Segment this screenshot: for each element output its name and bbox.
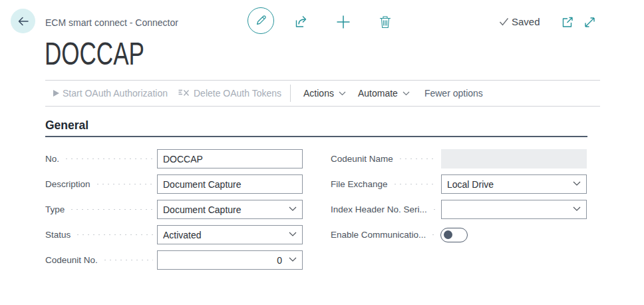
- fewer-options-label: Fewer options: [424, 88, 483, 99]
- field-row-type: Type: [45, 200, 303, 219]
- codeunit-no-select[interactable]: [157, 250, 303, 270]
- codeunit-no-label: Codeunit No.: [45, 255, 98, 265]
- section-title-general[interactable]: General: [45, 119, 88, 133]
- saved-label: Saved: [512, 16, 540, 27]
- action-bar-separator: [290, 85, 291, 102]
- dotted-leader: [398, 149, 437, 168]
- delete-button[interactable]: [377, 13, 394, 31]
- codeunit-name-input: [441, 149, 587, 168]
- field-row-file-exchange: File Exchange: [331, 174, 587, 194]
- back-arrow-icon: [17, 15, 30, 28]
- index-header-no-series-label: Index Header No. Seri...: [331, 204, 427, 214]
- action-bar: Start OAuth Authorization Delete OAuth T…: [45, 80, 600, 107]
- play-icon: [53, 90, 59, 97]
- delete-oauth-tokens-button[interactable]: Delete OAuth Tokens: [178, 88, 281, 99]
- connector-card-page: ECM smart connect - Connector Saved DOCC…: [0, 0, 644, 305]
- dotted-leader: [393, 174, 437, 194]
- section-title-underline: [45, 136, 587, 137]
- trash-icon: [378, 15, 393, 29]
- enable-communication-label: Enable Communicatio...: [331, 230, 426, 240]
- description-input[interactable]: [157, 174, 303, 194]
- check-icon: [499, 17, 509, 26]
- file-exchange-label: File Exchange: [331, 179, 388, 189]
- share-icon: [294, 15, 309, 29]
- dotted-leader: [102, 250, 153, 270]
- field-row-codeunit-name: Codeunit Name: [331, 149, 587, 168]
- start-oauth-label: Start OAuth Authorization: [63, 88, 168, 99]
- automate-label: Automate: [358, 88, 398, 99]
- back-button[interactable]: [11, 9, 35, 33]
- pencil-icon: [254, 14, 267, 27]
- share-button[interactable]: [293, 13, 310, 31]
- index-header-no-series-select[interactable]: [441, 200, 587, 219]
- no-label: No.: [45, 154, 59, 164]
- codeunit-name-label: Codeunit Name: [331, 154, 393, 164]
- start-oauth-authorization-button[interactable]: Start OAuth Authorization: [53, 88, 168, 99]
- field-row-codeunit-no: Codeunit No.: [45, 250, 303, 270]
- chevron-down-icon: [339, 91, 346, 96]
- fewer-options-button[interactable]: Fewer options: [424, 88, 483, 99]
- toggle-knob: [444, 230, 452, 239]
- chevron-down-icon: [402, 91, 410, 96]
- fullscreen-button[interactable]: [581, 14, 597, 30]
- dotted-leader: [69, 200, 153, 219]
- dotted-leader: [75, 225, 153, 244]
- page-title: DOCCAP: [45, 35, 144, 72]
- file-exchange-select[interactable]: [441, 174, 587, 194]
- edit-button[interactable]: [247, 7, 274, 34]
- field-row-no: No.: [45, 149, 303, 168]
- new-button[interactable]: [335, 13, 352, 31]
- actions-menu-button[interactable]: Actions: [303, 88, 346, 99]
- dotted-leader: [430, 225, 436, 244]
- automate-menu-button[interactable]: Automate: [358, 88, 410, 99]
- type-label: Type: [45, 204, 65, 214]
- description-label: Description: [45, 179, 90, 189]
- dotted-leader: [95, 174, 153, 194]
- type-select[interactable]: [157, 200, 303, 219]
- dotted-leader: [64, 149, 153, 168]
- status-select[interactable]: [157, 225, 303, 244]
- actions-label: Actions: [303, 88, 334, 99]
- enable-communication-toggle[interactable]: [440, 228, 468, 242]
- popout-icon: [561, 15, 575, 29]
- no-input[interactable]: [157, 149, 303, 168]
- expand-icon: [583, 15, 597, 29]
- breadcrumb: ECM smart connect - Connector: [45, 17, 178, 28]
- delete-tokens-label: Delete OAuth Tokens: [194, 88, 281, 99]
- delete-tokens-icon: [178, 89, 190, 98]
- dotted-leader: [432, 200, 437, 219]
- save-status: Saved: [499, 16, 540, 27]
- field-row-status: Status: [45, 225, 303, 244]
- open-in-window-button[interactable]: [560, 14, 575, 30]
- field-row-enable-communication: Enable Communicatio...: [331, 225, 586, 244]
- status-label: Status: [45, 230, 71, 240]
- field-row-description: Description: [45, 174, 303, 194]
- field-row-index-header: Index Header No. Seri...: [331, 200, 587, 219]
- plus-icon: [335, 14, 351, 30]
